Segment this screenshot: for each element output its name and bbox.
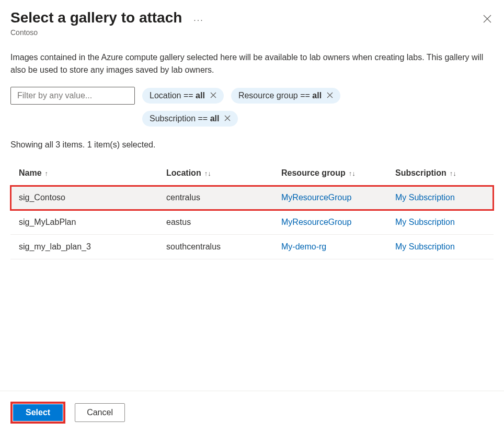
resource-group-link[interactable]: MyResourceGroup [281,193,395,202]
filter-input[interactable] [10,87,135,105]
sort-icon: ↑↓ [204,169,211,177]
status-text: Showing all 3 items. 1 item(s) selected. [10,140,494,150]
resource-group-link[interactable]: MyResourceGroup [281,218,395,227]
cell-name: sig_Contoso [19,193,166,202]
more-menu-icon[interactable]: ··· [193,16,203,25]
subscription-link[interactable]: My Subscription [395,193,489,202]
table-row[interactable]: sig_MyLabPlan eastus MyResourceGroup My … [10,210,494,235]
pill-label: Resource group == all [238,91,322,100]
pill-label: Subscription == all [150,114,219,123]
gallery-attach-panel: Select a gallery to attach ··· Contoso I… [0,0,504,433]
select-button-highlight: Select [10,402,65,424]
filter-row-2: Subscription == all [142,111,494,127]
description-text: Images contained in the Azure compute ga… [10,51,494,76]
cell-name: sig_my_lab_plan_3 [19,242,166,252]
sort-icon: ↑↓ [450,169,456,177]
sort-icon: ↑↓ [349,169,356,177]
page-title: Select a gallery to attach [10,9,182,26]
panel-header: Select a gallery to attach ··· Contoso [10,9,494,37]
column-header-resource-group[interactable]: Resource group ↑↓ [281,168,395,178]
filter-row: Location == all Resource group == all [10,87,494,105]
table-header-row: Name ↑ Location ↑↓ Resource group ↑↓ Sub… [10,168,494,186]
cell-location: southcentralus [166,242,281,252]
column-header-name[interactable]: Name ↑ [19,168,166,178]
cell-name: sig_MyLabPlan [19,218,166,227]
pill-remove-icon[interactable] [210,92,216,100]
cell-location: eastus [166,218,281,227]
breadcrumb: Contoso [10,28,481,37]
title-block: Select a gallery to attach ··· Contoso [10,9,481,37]
table-row[interactable]: sig_my_lab_plan_3 southcentralus My-demo… [10,235,494,259]
pill-remove-icon[interactable] [327,92,333,100]
subscription-link[interactable]: My Subscription [395,218,489,227]
pill-label: Location == all [150,91,205,100]
resource-group-link[interactable]: My-demo-rg [281,242,395,252]
cell-location: centralus [166,193,281,202]
close-icon[interactable] [481,13,494,27]
filter-pill-location[interactable]: Location == all [142,88,224,104]
select-button[interactable]: Select [13,404,63,421]
cancel-button[interactable]: Cancel [75,403,125,422]
filter-pill-subscription[interactable]: Subscription == all [142,111,238,127]
sort-asc-icon: ↑ [45,169,49,177]
column-header-location[interactable]: Location ↑↓ [166,168,281,178]
gallery-table: Name ↑ Location ↑↓ Resource group ↑↓ Sub… [10,168,494,259]
pill-remove-icon[interactable] [224,115,231,123]
table-row[interactable]: sig_Contoso centralus MyResourceGroup My… [10,186,494,210]
footer-bar: Select Cancel [0,391,504,433]
filter-pill-resource-group[interactable]: Resource group == all [231,88,340,104]
subscription-link[interactable]: My Subscription [395,242,489,252]
column-header-subscription[interactable]: Subscription ↑↓ [395,168,489,178]
